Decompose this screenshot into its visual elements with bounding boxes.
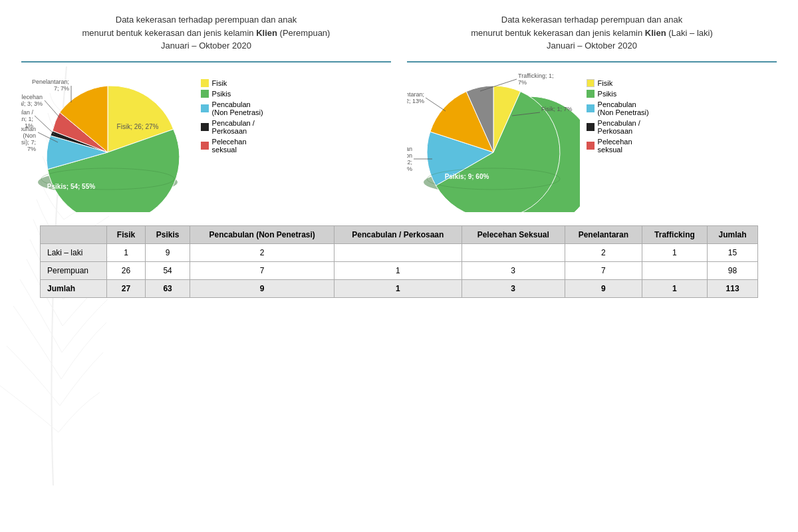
- svg-text:Pencabulan /: Pencabulan /: [21, 109, 33, 116]
- legend-item-psikis: Psikis: [201, 90, 263, 98]
- col-header-psikis: Psikis: [146, 225, 190, 243]
- svg-text:7%: 7%: [27, 146, 36, 152]
- svg-line-27: [426, 98, 446, 111]
- chart-left-title: Data kekerasan terhadap perempuan dan an…: [82, 13, 331, 53]
- svg-text:(Non: (Non: [23, 132, 36, 139]
- table-row-perempuan: Perempuan 26 54 7 1 3 7 98: [41, 261, 758, 279]
- cell-jumlah-trafficking: 1: [642, 279, 707, 297]
- cell-lakilaki-trafficking: 1: [642, 243, 707, 261]
- data-table: Fisik Psikis Pencabulan (Non Penetrasi) …: [40, 225, 758, 298]
- chart-left-legend: Fisik Psikis Pencabulan(Non Penetrasi): [201, 79, 263, 154]
- legend-right-label-pelecehan: Pelecehanseksual: [598, 138, 632, 154]
- legend-color-perkosaan: [201, 123, 209, 131]
- legend-right-label-psikis: Psikis: [598, 90, 617, 98]
- legend-label-psikis: Psikis: [212, 90, 231, 98]
- legend-right-label-fisik: Fisik: [598, 79, 613, 87]
- chart-left-divider: [21, 61, 392, 63]
- cell-jumlah-perkosaan: 1: [334, 279, 462, 297]
- table-row-jumlah: Jumlah 27 63 9 1 3 9 1 113: [41, 279, 758, 297]
- legend-item-pelecehan: Pelecehanseksual: [201, 138, 263, 154]
- svg-text:7%: 7%: [518, 79, 527, 86]
- cell-lakilaki-perkosaan: [334, 243, 462, 261]
- svg-text:Penetrasi); 2;: Penetrasi); 2;: [407, 159, 412, 166]
- svg-text:seksual; 3; 3%: seksual; 3; 3%: [21, 100, 43, 107]
- legend-label-nonpen: Pencabulan(Non Penetrasi): [212, 100, 263, 116]
- legend-item-fisik: Fisik: [201, 79, 263, 87]
- cell-lakilaki-jumlah: 15: [708, 243, 758, 261]
- col-header-penelantaran: Penelantaran: [565, 225, 642, 243]
- chart-left-section: Data kekerasan terhadap perempuan dan an…: [21, 13, 392, 212]
- chart-right-and-legend: Psikis; 9; 60% Fisik; 1; 7% Trafficking;…: [407, 66, 777, 212]
- cell-jumlah-fisik: 27: [106, 279, 145, 297]
- svg-text:Penetrasi); 7;: Penetrasi); 7;: [21, 139, 36, 146]
- col-header-fisik: Fisik: [106, 225, 145, 243]
- page-content: Data kekerasan terhadap perempuan dan an…: [0, 0, 798, 305]
- legend-label-fisik: Fisik: [212, 79, 227, 87]
- legend-item-nonpen: Pencabulan(Non Penetrasi): [201, 100, 263, 116]
- cell-perempuan-psikis: 54: [146, 261, 190, 279]
- cell-lakilaki-fisik: 1: [106, 243, 145, 261]
- svg-text:Pencabulan: Pencabulan: [407, 146, 412, 152]
- main-container: Data kekerasan terhadap perempuan dan an…: [0, 0, 798, 532]
- pie-chart-right: Psikis; 9; 60% Fisik; 1; 7% Trafficking;…: [407, 66, 580, 212]
- legend-right-nonpen: Pencabulan(Non Penetrasi): [587, 100, 649, 116]
- svg-text:1%: 1%: [25, 122, 33, 129]
- row-label-lakilaki: Laki – laki: [41, 243, 107, 261]
- row-label-jumlah: Jumlah: [41, 279, 107, 297]
- legend-item-perkosaan: Pencabulan /Perkosaan: [201, 119, 263, 135]
- svg-line-13: [45, 100, 60, 118]
- table-header-row: Fisik Psikis Pencabulan (Non Penetrasi) …: [41, 225, 758, 243]
- legend-right-psikis: Psikis: [587, 90, 649, 98]
- legend-right-color-perkosaan: [587, 123, 595, 131]
- legend-right-label-perkosaan: Pencabulan /Perkosaan: [598, 119, 640, 135]
- chart-right-section: Data kekerasan terhadap perempuan dan an…: [407, 13, 777, 212]
- cell-jumlah-penelantaran: 9: [565, 279, 642, 297]
- col-header-pelecehan: Pelecehan Seksual: [462, 225, 565, 243]
- legend-right-color-nonpen: [587, 104, 595, 112]
- legend-right-color-fisik: [587, 79, 595, 87]
- svg-text:Trafficking; 1;: Trafficking; 1;: [518, 72, 554, 79]
- table-row-lakilaki: Laki – laki 1 9 2 2 1 15: [41, 243, 758, 261]
- pie-chart-left: Fisik; 26; 27% Psikis; 54; 55% Pencabuña…: [21, 66, 194, 212]
- svg-text:2; 13%: 2; 13%: [407, 98, 424, 104]
- legend-right-pelecehan: Pelecehanseksual: [587, 138, 649, 154]
- cell-jumlah-nonpen: 9: [190, 279, 334, 297]
- legend-right-color-pelecehan: [587, 142, 595, 150]
- svg-text:Fisik; 26; 27%: Fisik; 26; 27%: [116, 123, 158, 130]
- col-header-empty: [41, 225, 107, 243]
- legend-right-color-psikis: [587, 90, 595, 98]
- svg-text:Penelantaran;: Penelantaran;: [32, 78, 69, 85]
- svg-text:Perkosaan; 1;: Perkosaan; 1;: [21, 116, 33, 122]
- legend-label-perkosaan: Pencabulan /Perkosaan: [212, 119, 255, 135]
- cell-lakilaki-penelantaran: 2: [565, 243, 642, 261]
- col-header-trafficking: Trafficking: [642, 225, 707, 243]
- legend-color-fisik: [201, 79, 209, 87]
- legend-label-pelecehan: Pelecehanseksual: [212, 138, 247, 154]
- cell-perempuan-trafficking: [642, 261, 707, 279]
- cell-lakilaki-nonpen: 2: [190, 243, 334, 261]
- svg-text:Pelecehan: Pelecehan: [21, 94, 43, 100]
- col-header-jumlah: Jumlah: [708, 225, 758, 243]
- legend-right-label-nonpen: Pencabulan(Non Penetrasi): [598, 100, 649, 116]
- svg-text:Psikis; 54; 55%: Psikis; 54; 55%: [47, 183, 94, 190]
- cell-perempuan-pelecehan: 3: [462, 261, 565, 279]
- cell-perempuan-fisik: 26: [106, 261, 145, 279]
- col-header-nonpen: Pencabulan (Non Penetrasi): [190, 225, 334, 243]
- charts-row: Data kekerasan terhadap perempuan dan an…: [13, 7, 785, 212]
- legend-color-psikis: [201, 90, 209, 98]
- legend-color-nonpen: [201, 104, 209, 112]
- chart-right-legend: Fisik Psikis Pencabulan(Non Penetrasi): [587, 79, 649, 154]
- cell-perempuan-nonpen: 7: [190, 261, 334, 279]
- cell-perempuan-jumlah: 98: [708, 261, 758, 279]
- col-header-perkosaan: Pencabulan / Perkosaan: [334, 225, 462, 243]
- chart-right-title: Data kekerasan terhadap perempuan dan an…: [471, 13, 713, 53]
- cell-jumlah-total: 113: [708, 279, 758, 297]
- legend-right-fisik: Fisik: [587, 79, 649, 87]
- legend-right-perkosaan: Pencabulan /Perkosaan: [587, 119, 649, 135]
- chart-right-divider: [407, 61, 777, 63]
- cell-perempuan-perkosaan: 1: [334, 261, 462, 279]
- cell-jumlah-pelecehan: 3: [462, 279, 565, 297]
- svg-text:Penelantaran;: Penelantaran;: [407, 91, 424, 98]
- svg-text:Fisik; 1; 7%: Fisik; 1; 7%: [541, 106, 573, 112]
- legend-color-pelecehan: [201, 142, 209, 150]
